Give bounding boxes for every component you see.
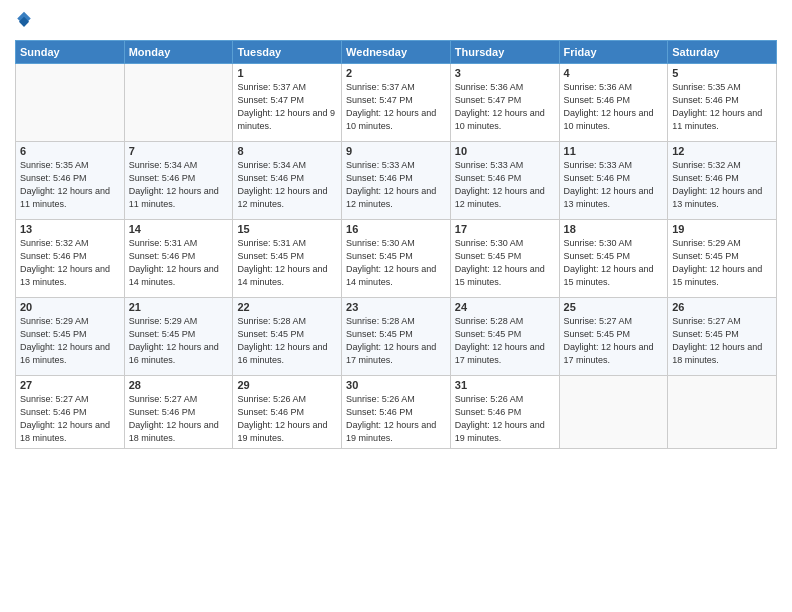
day-info: Sunrise: 5:30 AM Sunset: 5:45 PM Dayligh… [455, 237, 555, 289]
day-number: 1 [237, 67, 337, 79]
day-number: 2 [346, 67, 446, 79]
calendar-week-row: 27Sunrise: 5:27 AM Sunset: 5:46 PM Dayli… [16, 376, 777, 449]
day-info: Sunrise: 5:27 AM Sunset: 5:46 PM Dayligh… [129, 393, 229, 445]
day-info: Sunrise: 5:33 AM Sunset: 5:46 PM Dayligh… [564, 159, 664, 211]
calendar-cell: 19Sunrise: 5:29 AM Sunset: 5:45 PM Dayli… [668, 220, 777, 298]
day-header-tuesday: Tuesday [233, 41, 342, 64]
calendar-cell: 18Sunrise: 5:30 AM Sunset: 5:45 PM Dayli… [559, 220, 668, 298]
day-number: 11 [564, 145, 664, 157]
day-number: 18 [564, 223, 664, 235]
day-number: 15 [237, 223, 337, 235]
day-number: 14 [129, 223, 229, 235]
calendar-cell: 27Sunrise: 5:27 AM Sunset: 5:46 PM Dayli… [16, 376, 125, 449]
calendar-cell: 31Sunrise: 5:26 AM Sunset: 5:46 PM Dayli… [450, 376, 559, 449]
calendar-week-row: 1Sunrise: 5:37 AM Sunset: 5:47 PM Daylig… [16, 64, 777, 142]
day-info: Sunrise: 5:36 AM Sunset: 5:46 PM Dayligh… [564, 81, 664, 133]
day-number: 16 [346, 223, 446, 235]
calendar-cell: 1Sunrise: 5:37 AM Sunset: 5:47 PM Daylig… [233, 64, 342, 142]
calendar-cell: 13Sunrise: 5:32 AM Sunset: 5:46 PM Dayli… [16, 220, 125, 298]
calendar-week-row: 13Sunrise: 5:32 AM Sunset: 5:46 PM Dayli… [16, 220, 777, 298]
day-number: 30 [346, 379, 446, 391]
day-info: Sunrise: 5:30 AM Sunset: 5:45 PM Dayligh… [564, 237, 664, 289]
day-number: 20 [20, 301, 120, 313]
day-number: 10 [455, 145, 555, 157]
calendar-cell: 24Sunrise: 5:28 AM Sunset: 5:45 PM Dayli… [450, 298, 559, 376]
day-info: Sunrise: 5:37 AM Sunset: 5:47 PM Dayligh… [346, 81, 446, 133]
day-info: Sunrise: 5:35 AM Sunset: 5:46 PM Dayligh… [672, 81, 772, 133]
day-header-sunday: Sunday [16, 41, 125, 64]
day-number: 4 [564, 67, 664, 79]
calendar-cell: 2Sunrise: 5:37 AM Sunset: 5:47 PM Daylig… [342, 64, 451, 142]
day-number: 24 [455, 301, 555, 313]
day-number: 12 [672, 145, 772, 157]
day-number: 25 [564, 301, 664, 313]
calendar-cell: 9Sunrise: 5:33 AM Sunset: 5:46 PM Daylig… [342, 142, 451, 220]
day-info: Sunrise: 5:29 AM Sunset: 5:45 PM Dayligh… [129, 315, 229, 367]
day-number: 5 [672, 67, 772, 79]
day-number: 8 [237, 145, 337, 157]
day-info: Sunrise: 5:32 AM Sunset: 5:46 PM Dayligh… [672, 159, 772, 211]
day-info: Sunrise: 5:33 AM Sunset: 5:46 PM Dayligh… [346, 159, 446, 211]
calendar-cell: 12Sunrise: 5:32 AM Sunset: 5:46 PM Dayli… [668, 142, 777, 220]
calendar-cell [124, 64, 233, 142]
day-header-wednesday: Wednesday [342, 41, 451, 64]
day-info: Sunrise: 5:26 AM Sunset: 5:46 PM Dayligh… [237, 393, 337, 445]
day-info: Sunrise: 5:29 AM Sunset: 5:45 PM Dayligh… [672, 237, 772, 289]
day-number: 26 [672, 301, 772, 313]
day-header-saturday: Saturday [668, 41, 777, 64]
day-number: 28 [129, 379, 229, 391]
calendar-cell [16, 64, 125, 142]
day-number: 19 [672, 223, 772, 235]
day-info: Sunrise: 5:35 AM Sunset: 5:46 PM Dayligh… [20, 159, 120, 211]
calendar-cell: 11Sunrise: 5:33 AM Sunset: 5:46 PM Dayli… [559, 142, 668, 220]
day-info: Sunrise: 5:28 AM Sunset: 5:45 PM Dayligh… [455, 315, 555, 367]
calendar-week-row: 20Sunrise: 5:29 AM Sunset: 5:45 PM Dayli… [16, 298, 777, 376]
calendar: SundayMondayTuesdayWednesdayThursdayFrid… [15, 40, 777, 449]
day-number: 21 [129, 301, 229, 313]
day-info: Sunrise: 5:27 AM Sunset: 5:45 PM Dayligh… [672, 315, 772, 367]
calendar-cell [559, 376, 668, 449]
day-number: 31 [455, 379, 555, 391]
day-number: 3 [455, 67, 555, 79]
calendar-cell: 16Sunrise: 5:30 AM Sunset: 5:45 PM Dayli… [342, 220, 451, 298]
calendar-cell: 25Sunrise: 5:27 AM Sunset: 5:45 PM Dayli… [559, 298, 668, 376]
day-info: Sunrise: 5:34 AM Sunset: 5:46 PM Dayligh… [237, 159, 337, 211]
day-number: 6 [20, 145, 120, 157]
calendar-cell: 26Sunrise: 5:27 AM Sunset: 5:45 PM Dayli… [668, 298, 777, 376]
calendar-cell: 20Sunrise: 5:29 AM Sunset: 5:45 PM Dayli… [16, 298, 125, 376]
calendar-cell: 15Sunrise: 5:31 AM Sunset: 5:45 PM Dayli… [233, 220, 342, 298]
calendar-cell: 17Sunrise: 5:30 AM Sunset: 5:45 PM Dayli… [450, 220, 559, 298]
day-info: Sunrise: 5:26 AM Sunset: 5:46 PM Dayligh… [346, 393, 446, 445]
calendar-cell: 22Sunrise: 5:28 AM Sunset: 5:45 PM Dayli… [233, 298, 342, 376]
day-number: 23 [346, 301, 446, 313]
page: SundayMondayTuesdayWednesdayThursdayFrid… [0, 0, 792, 612]
calendar-cell: 6Sunrise: 5:35 AM Sunset: 5:46 PM Daylig… [16, 142, 125, 220]
day-info: Sunrise: 5:27 AM Sunset: 5:46 PM Dayligh… [20, 393, 120, 445]
header [15, 10, 777, 32]
calendar-cell: 23Sunrise: 5:28 AM Sunset: 5:45 PM Dayli… [342, 298, 451, 376]
day-header-thursday: Thursday [450, 41, 559, 64]
day-info: Sunrise: 5:36 AM Sunset: 5:47 PM Dayligh… [455, 81, 555, 133]
day-info: Sunrise: 5:26 AM Sunset: 5:46 PM Dayligh… [455, 393, 555, 445]
day-number: 13 [20, 223, 120, 235]
calendar-cell: 4Sunrise: 5:36 AM Sunset: 5:46 PM Daylig… [559, 64, 668, 142]
calendar-cell: 29Sunrise: 5:26 AM Sunset: 5:46 PM Dayli… [233, 376, 342, 449]
day-number: 17 [455, 223, 555, 235]
calendar-cell: 8Sunrise: 5:34 AM Sunset: 5:46 PM Daylig… [233, 142, 342, 220]
calendar-header-row: SundayMondayTuesdayWednesdayThursdayFrid… [16, 41, 777, 64]
calendar-cell [668, 376, 777, 449]
logo-icon [15, 10, 33, 32]
day-info: Sunrise: 5:31 AM Sunset: 5:46 PM Dayligh… [129, 237, 229, 289]
calendar-cell: 7Sunrise: 5:34 AM Sunset: 5:46 PM Daylig… [124, 142, 233, 220]
day-info: Sunrise: 5:37 AM Sunset: 5:47 PM Dayligh… [237, 81, 337, 133]
day-info: Sunrise: 5:33 AM Sunset: 5:46 PM Dayligh… [455, 159, 555, 211]
calendar-cell: 3Sunrise: 5:36 AM Sunset: 5:47 PM Daylig… [450, 64, 559, 142]
day-info: Sunrise: 5:28 AM Sunset: 5:45 PM Dayligh… [237, 315, 337, 367]
calendar-cell: 28Sunrise: 5:27 AM Sunset: 5:46 PM Dayli… [124, 376, 233, 449]
day-number: 29 [237, 379, 337, 391]
calendar-cell: 5Sunrise: 5:35 AM Sunset: 5:46 PM Daylig… [668, 64, 777, 142]
day-info: Sunrise: 5:34 AM Sunset: 5:46 PM Dayligh… [129, 159, 229, 211]
day-info: Sunrise: 5:28 AM Sunset: 5:45 PM Dayligh… [346, 315, 446, 367]
calendar-cell: 21Sunrise: 5:29 AM Sunset: 5:45 PM Dayli… [124, 298, 233, 376]
calendar-cell: 14Sunrise: 5:31 AM Sunset: 5:46 PM Dayli… [124, 220, 233, 298]
